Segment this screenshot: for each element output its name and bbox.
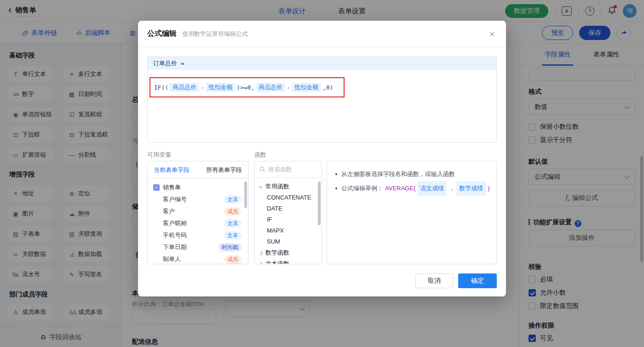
variable-row[interactable]: 客户编号文本 [148, 193, 248, 205]
partial-next-tag [227, 263, 242, 264]
form-doc-icon: ≡ [153, 184, 160, 191]
group-math-functions[interactable]: 数学函数 [259, 247, 317, 258]
tip-text: 从左侧面板选择字段名和函数，或输入函数 [341, 167, 455, 181]
functions-tree: 常用函数 CONCATENATE DATE IF MAPX SUM 数学函数 文… [255, 178, 322, 264]
formula-code: IF(( [154, 84, 168, 91]
search-icon [259, 166, 265, 172]
example-function-close: ) [488, 182, 489, 195]
variable-name: 手机号码 [163, 231, 187, 239]
group-label: 常用函数 [265, 182, 289, 191]
variables-label: 可用变量 [147, 151, 171, 159]
formula-operator: - [287, 84, 290, 91]
variable-row[interactable]: 下单日期时间戳 [148, 241, 248, 253]
bullet-icon [335, 188, 337, 189]
example-field-chip: 语文成绩 [417, 181, 447, 196]
example-field-chip: 数学成绩 [456, 181, 486, 196]
variable-name: 客户编号 [163, 195, 187, 204]
modal-header: 公式编辑 使用数学运算符编辑公式 × [138, 21, 506, 47]
group-common-functions[interactable]: 常用函数 [259, 181, 317, 192]
variable-name: 制单人 [163, 255, 181, 263]
formula-editor-area[interactable]: IF(( 商品总价 - 抵扣金额 )>=0, 商品总价 - 抵扣金额 ,0) [148, 70, 496, 142]
group-label: 文本函数 [265, 260, 289, 264]
variable-row[interactable]: 手机号码文本 [148, 229, 248, 241]
type-tag: 成员 [224, 207, 242, 216]
chevron-down-icon [259, 184, 263, 188]
type-tag: 文本 [224, 231, 242, 239]
type-tag: 成员 [224, 255, 242, 263]
variable-row[interactable]: 客户成员 [148, 205, 248, 217]
variables-panel: 当前表单字段 所有表单字段 ≡销售单 客户编号文本 客户成员 客户昵称文本 手机… [147, 161, 248, 264]
field-chip[interactable]: 商品总价 [170, 83, 199, 92]
field-chip[interactable]: 抵扣金额 [292, 83, 321, 92]
function-item-sum[interactable]: SUM [259, 236, 317, 247]
close-icon[interactable]: × [489, 29, 495, 39]
variables-scrollbar[interactable] [244, 182, 247, 208]
type-tag: 时间戳 [218, 243, 242, 251]
chevron-right-icon [259, 262, 263, 264]
separator: ， [448, 182, 454, 195]
modal-subtitle: 使用数学运算符编辑公式 [182, 30, 248, 38]
function-item-mapx[interactable]: MAPX [259, 225, 317, 236]
variable-name: 客户 [163, 207, 175, 216]
help-panel: 从左侧面板选择字段名和函数，或输入函数 公式编辑举例： AVERAGE( 语文成… [327, 161, 497, 264]
formula-operator: - [201, 84, 204, 91]
tip-text: 公式编辑举例： [341, 182, 383, 195]
formula-target-field: 订单总价 = [148, 57, 496, 70]
form-node[interactable]: ≡销售单 [148, 182, 248, 193]
formula-code: ,0) [322, 84, 333, 91]
tab-current-form-fields[interactable]: 当前表单字段 [154, 166, 190, 174]
formula-code: )>=0, [236, 84, 254, 91]
cancel-button[interactable]: 取消 [415, 273, 453, 288]
variables-list: ≡销售单 客户编号文本 客户成员 客户昵称文本 手机号码文本 下单日期时间戳 制… [148, 179, 248, 264]
function-item-if[interactable]: IF [259, 214, 317, 225]
function-search [255, 161, 322, 178]
formula-highlight-annotation: IF(( 商品总价 - 抵扣金额 )>=0, 商品总价 - 抵扣金额 ,0) [150, 77, 345, 97]
field-chip[interactable]: 商品总价 [256, 83, 285, 92]
modal-title: 公式编辑 [147, 29, 177, 39]
function-search-input[interactable] [268, 166, 314, 173]
confirm-button[interactable]: 确定 [458, 273, 497, 288]
group-label: 数学函数 [265, 249, 289, 257]
functions-panel: 常用函数 CONCATENATE DATE IF MAPX SUM 数学函数 文… [254, 161, 322, 264]
tab-all-form-fields[interactable]: 所有表单字段 [206, 166, 242, 174]
group-text-functions[interactable]: 文本函数 [259, 258, 317, 264]
modal-footer: 取消 确定 [138, 273, 506, 288]
form-node-label: 销售单 [163, 183, 181, 192]
type-tag: 文本 [224, 219, 242, 228]
chevron-right-icon [259, 250, 263, 255]
formula-block: 订单总价 = IF(( 商品总价 - 抵扣金额 )>=0, 商品总价 - 抵扣金… [147, 57, 497, 142]
help-tip-1: 从左侧面板选择字段名和函数，或输入函数 [335, 167, 488, 181]
bullet-icon [335, 173, 337, 175]
function-item-concatenate[interactable]: CONCATENATE [259, 192, 317, 203]
function-item-date[interactable]: DATE [259, 203, 317, 214]
variable-name: 下单日期 [163, 243, 187, 251]
functions-scrollbar[interactable] [318, 182, 321, 225]
formula-editor-modal: 公式编辑 使用数学运算符编辑公式 × 订单总价 = IF(( 商品总价 - 抵扣… [138, 21, 506, 296]
functions-label: 函数 [254, 151, 266, 159]
type-tag: 文本 [224, 195, 242, 204]
example-function: AVERAGE( [385, 182, 415, 195]
variable-name: 客户昵称 [163, 219, 187, 228]
field-chip[interactable]: 抵扣金额 [206, 83, 235, 92]
help-tip-2: 公式编辑举例： AVERAGE( 语文成绩 ， 数学成绩 ) [335, 181, 488, 196]
variable-row[interactable]: 客户昵称文本 [148, 217, 248, 229]
